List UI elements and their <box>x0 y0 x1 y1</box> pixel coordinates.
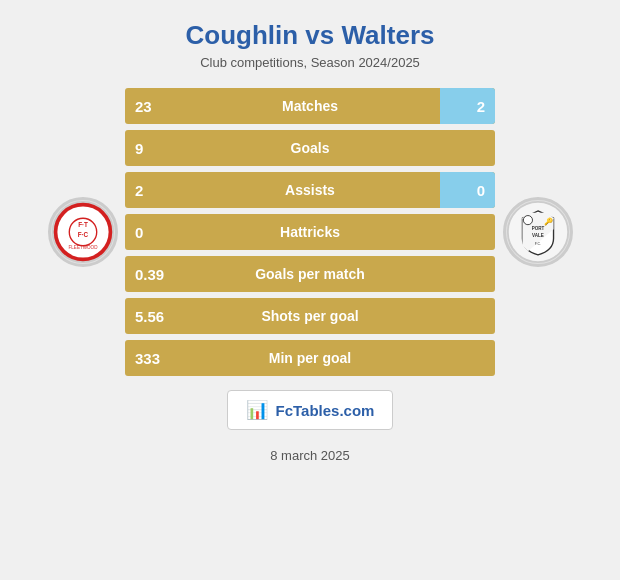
stat-bar-goals-per-match: 0.39Goals per match <box>125 256 495 292</box>
svg-text:F·T: F·T <box>78 221 88 228</box>
stat-row-goals-per-match: 0.39Goals per match <box>125 256 495 292</box>
svg-text:F.C.: F.C. <box>534 242 540 246</box>
stat-bar-shots-per-goal: 5.56Shots per goal <box>125 298 495 334</box>
stat-label-matches: Matches <box>282 98 338 114</box>
stat-row-min-per-goal: 333Min per goal <box>125 340 495 376</box>
svg-text:FLEETWOOD: FLEETWOOD <box>68 245 98 250</box>
logo-left: F·T F·C FLEETWOOD <box>40 197 125 267</box>
stat-left-hattricks: 0 <box>135 224 143 241</box>
stat-bar-matches: 23Matches2 <box>125 88 495 124</box>
chart-icon: 📊 <box>246 399 268 421</box>
stat-right-assists: 0 <box>467 172 495 208</box>
svg-point-10 <box>523 216 532 225</box>
stat-bar-assists: 2Assists0 <box>125 172 495 208</box>
stat-left-goals-per-match: 0.39 <box>135 266 164 283</box>
stat-label-shots-per-goal: Shots per goal <box>261 308 358 324</box>
badge-text: FcTables.com <box>276 402 375 419</box>
stats-container: 23Matches29Goals2Assists00Hattricks0.39G… <box>125 88 495 376</box>
stat-left-shots-per-goal: 5.56 <box>135 308 164 325</box>
stat-row-hattricks: 0Hattricks <box>125 214 495 250</box>
stat-left-goals: 9 <box>135 140 143 157</box>
stat-bar-hattricks: 0Hattricks <box>125 214 495 250</box>
portvale-logo: PORT VALE F.C. 🔑 <box>503 197 573 267</box>
stat-row-shots-per-goal: 5.56Shots per goal <box>125 298 495 334</box>
main-content: F·T F·C FLEETWOOD 23Matches29Goals2Assis… <box>10 88 610 376</box>
page-subtitle: Club competitions, Season 2024/2025 <box>200 55 420 70</box>
fleetwood-logo: F·T F·C FLEETWOOD <box>48 197 118 267</box>
stat-label-assists: Assists <box>285 182 335 198</box>
logo-right: PORT VALE F.C. 🔑 <box>495 197 580 267</box>
stat-left-matches: 23 <box>135 98 152 115</box>
stat-bar-goals: 9Goals <box>125 130 495 166</box>
stat-label-hattricks: Hattricks <box>280 224 340 240</box>
svg-text:F·C: F·C <box>77 231 88 238</box>
stat-label-goals: Goals <box>291 140 330 156</box>
stat-left-min-per-goal: 333 <box>135 350 160 367</box>
stat-left-assists: 2 <box>135 182 143 199</box>
stat-label-goals-per-match: Goals per match <box>255 266 365 282</box>
stat-row-goals: 9Goals <box>125 130 495 166</box>
svg-text:PORT: PORT <box>531 226 544 231</box>
stat-row-matches: 23Matches2 <box>125 88 495 124</box>
stat-bar-min-per-goal: 333Min per goal <box>125 340 495 376</box>
page-title: Coughlin vs Walters <box>186 20 435 51</box>
fctables-badge: 📊 FcTables.com <box>227 390 394 430</box>
stat-row-assists: 2Assists0 <box>125 172 495 208</box>
date-footer: 8 march 2025 <box>270 448 350 463</box>
stat-label-min-per-goal: Min per goal <box>269 350 351 366</box>
stat-right-matches: 2 <box>467 88 495 124</box>
svg-text:🔑: 🔑 <box>543 217 553 226</box>
svg-text:VALE: VALE <box>532 233 544 238</box>
